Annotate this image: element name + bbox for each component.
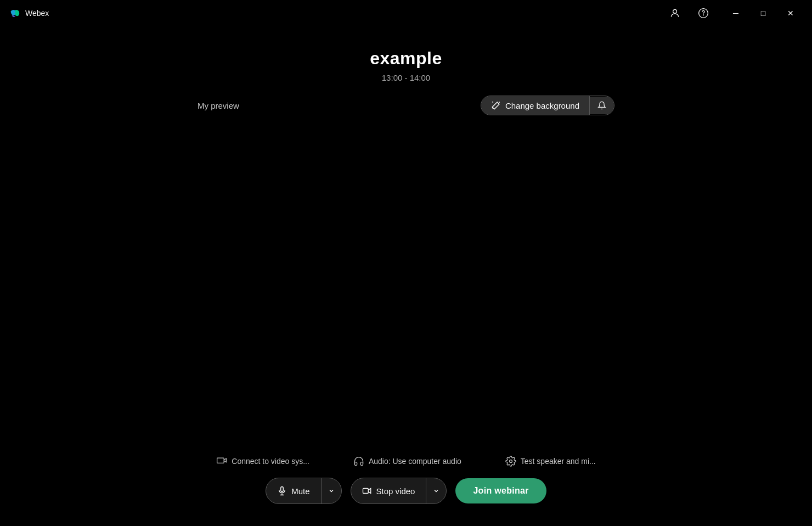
preview-section-header: My preview Change background <box>198 96 614 115</box>
svg-point-1 <box>673 9 677 13</box>
audio-label: Audio: Use computer audio <box>369 457 461 466</box>
device-controls: Connect to video sys... Audio: Use compu… <box>0 456 812 467</box>
svg-point-5 <box>509 460 512 463</box>
mute-button[interactable]: Mute <box>266 478 321 503</box>
window-controls: ─ □ ✕ <box>723 4 803 22</box>
svg-rect-9 <box>363 489 368 494</box>
action-buttons: Mute Stop video <box>266 478 546 504</box>
settings-icon <box>505 456 516 467</box>
magic-wand-icon <box>491 100 501 110</box>
bottom-controls: Connect to video sys... Audio: Use compu… <box>0 456 812 526</box>
titlebar-controls: ─ □ ✕ <box>666 4 803 22</box>
webex-logo-icon <box>9 7 21 19</box>
test-speaker-label: Test speaker and mi... <box>521 457 596 466</box>
svg-rect-4 <box>217 458 224 463</box>
app-logo: Webex <box>9 7 49 19</box>
test-speaker-control[interactable]: Test speaker and mi... <box>505 456 596 467</box>
change-background-dropdown-button[interactable] <box>590 97 614 114</box>
video-system-label: Connect to video sys... <box>232 457 309 466</box>
meeting-title: example <box>370 48 442 69</box>
stop-video-dropdown-button[interactable] <box>426 480 446 502</box>
close-button[interactable]: ✕ <box>778 4 803 22</box>
svg-rect-6 <box>281 487 284 492</box>
mute-button-group: Mute <box>266 478 341 504</box>
stop-video-button-group: Stop video <box>351 478 447 504</box>
profile-button[interactable] <box>666 4 684 22</box>
app-name: Webex <box>25 9 49 18</box>
notification-icon <box>597 101 606 110</box>
mute-dropdown-button[interactable] <box>322 480 341 502</box>
chevron-down-icon-2 <box>433 488 439 494</box>
change-background-button[interactable]: Change background <box>481 96 590 115</box>
main-content: example 13:00 - 14:00 My preview Change … <box>0 26 812 526</box>
microphone-icon <box>277 486 287 496</box>
meeting-header: example 13:00 - 14:00 <box>370 48 442 82</box>
help-button[interactable] <box>695 4 712 22</box>
mute-label: Mute <box>291 486 309 496</box>
video-system-icon <box>216 456 227 467</box>
camera-icon <box>362 486 372 496</box>
svg-point-3 <box>703 15 704 15</box>
preview-label: My preview <box>198 101 239 110</box>
audio-control[interactable]: Audio: Use computer audio <box>353 456 461 467</box>
maximize-button[interactable]: □ <box>751 4 776 22</box>
stop-video-label: Stop video <box>376 486 415 496</box>
change-background-button-group: Change background <box>481 96 614 115</box>
chevron-down-icon <box>328 488 335 494</box>
change-background-label: Change background <box>505 101 579 110</box>
stop-video-button[interactable]: Stop video <box>351 478 427 503</box>
minimize-button[interactable]: ─ <box>723 4 748 22</box>
join-webinar-button[interactable]: Join webinar <box>455 478 546 503</box>
headphone-icon <box>353 456 364 467</box>
video-system-control[interactable]: Connect to video sys... <box>216 456 309 467</box>
meeting-time: 13:00 - 14:00 <box>370 73 442 82</box>
titlebar: Webex ─ □ ✕ <box>0 0 812 26</box>
video-preview-area <box>198 120 614 356</box>
